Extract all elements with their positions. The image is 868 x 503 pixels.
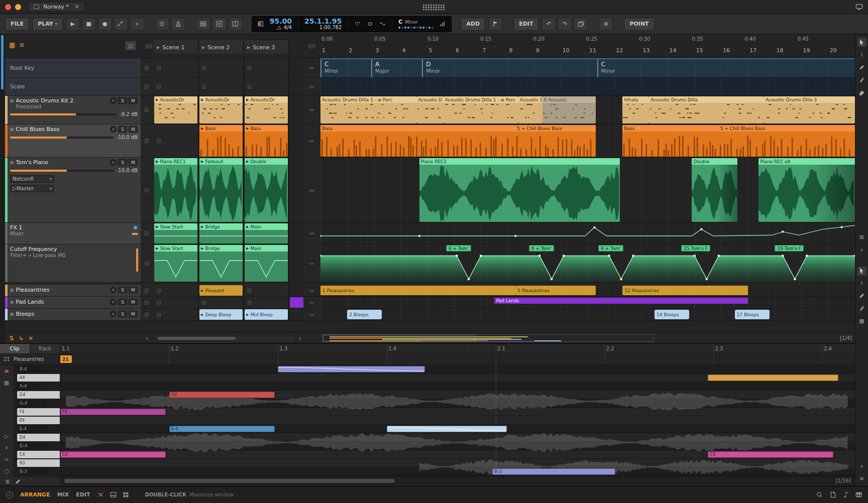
arranger-clip[interactable]: Double [692,158,737,222]
launcher-clip[interactable]: ▶Mid Bleep [245,309,288,320]
sharp-icon[interactable]: ♯ [3,444,11,452]
launcher-clip[interactable]: ▶Bridge [199,245,243,282]
clip-slot[interactable]: ▶Bass [199,124,244,157]
marker-flag-button[interactable] [488,18,502,31]
pointer-tool[interactable] [857,38,866,47]
piano-key-e4[interactable]: E4 [17,417,60,424]
clip-slot[interactable] [289,297,303,308]
scene-header-scene-1[interactable]: ▶Scene 1 [154,41,199,54]
output-select[interactable]: Notconfi▾ [10,175,54,183]
track-stop-button[interactable] [145,289,149,293]
activity-button[interactable] [110,287,117,293]
track-header-fx-1[interactable]: FX 1Mixer [5,223,141,244]
scene-stop-button[interactable] [307,231,316,236]
loop-icon[interactable] [367,21,373,27]
step-tool[interactable]: ▦ [857,317,866,326]
clip-slot[interactable]: ▶AcousticDr [244,96,289,124]
scene-stop-button[interactable] [307,288,316,293]
mute-button[interactable]: M [129,126,138,133]
track-header-tom-s-piano[interactable]: ▦Tom's PianoSM-10.0 dBNotconfi▾▷ Master▾ [5,158,141,223]
pointer-tool[interactable] [857,267,866,276]
display-profile-icon[interactable] [855,3,863,11]
wave-icon[interactable]: ≈ [3,455,11,463]
punch-icons[interactable] [257,21,264,27]
ibeam-tool[interactable]: I [857,279,866,288]
piano-key-f4[interactable]: F4 [17,408,60,416]
shuffle-icon[interactable] [97,491,104,498]
midi-note[interactable] [708,374,838,381]
launcher-clip[interactable]: ▶Double [245,158,288,222]
arranger-clip[interactable]: Pad Lands [494,298,748,304]
automation-clip-tag[interactable]: 6 + Tom' [598,245,623,252]
solo-button[interactable]: S [118,299,127,305]
file-icon[interactable] [830,491,836,498]
clip-slot[interactable]: ▶Slow Start [154,223,199,244]
scene-stop-button[interactable] [307,312,316,317]
close-project-icon[interactable]: ✕ [75,4,79,10]
clip-slot[interactable]: ▶Slow Start [154,244,199,282]
mute-button[interactable]: M [129,159,138,166]
route-icon[interactable]: ↳ [19,335,24,342]
volume-fader[interactable]: -10.0 dB [10,168,138,173]
launcher-grid-icon[interactable]: ▦ [9,41,15,49]
launcher-clip[interactable]: ▶Slow Start [154,223,197,243]
bars-icon[interactable]: ≣ [5,478,10,485]
arranger-lane-tom-s-piano[interactable]: Piano REC1DoublePiano REC alt [320,158,855,223]
key-section[interactable]: AMajor [371,59,422,77]
grid-icon[interactable]: ▦ [3,379,11,387]
redo-button[interactable]: ↷ [558,18,572,31]
launcher-clip[interactable]: ▶Main [245,245,288,282]
note-icon[interactable]: ♪ [843,490,848,499]
solo-button[interactable]: S [118,287,127,293]
arranger-clip[interactable]: Acoustic Drums Dilla 1 - w Perc [320,96,417,123]
ibeam-tool[interactable]: I [857,50,866,59]
arranger-lane-pad-lands[interactable]: Pad Lands [320,297,855,309]
launcher-clip[interactable]: ▶Piano REC1 [154,158,197,222]
launcher-clip[interactable]: ▶AcousticDr [199,96,243,123]
clip-slot[interactable]: ▶Piano REC1 [154,158,199,222]
pads-icon[interactable] [123,491,129,498]
track-header-pad-lands[interactable]: ▦Pad LandsSM [5,297,141,309]
eraser-tool[interactable] [857,88,866,97]
arranger-clip[interactable]: 14 Bleeps [655,310,689,319]
piano-key-c4[interactable]: C4 [17,451,60,458]
activity-button[interactable] [110,311,117,317]
arranger-clip[interactable]: 5 + Chill Blues Bass [719,125,855,157]
clip-slot[interactable]: ▶Pleasant [199,285,244,296]
clip-slot[interactable] [199,58,244,77]
scene-stop-button[interactable] [307,84,316,89]
tab-track[interactable]: Track [30,344,60,354]
mode-arrange[interactable]: ARRANGE [20,491,50,498]
key-display[interactable]: C Minor [398,19,433,29]
clip-slot[interactable]: ▶Double [244,158,289,222]
tempo-value[interactable]: 95.00 [270,18,292,25]
output-select[interactable]: ▷ Master▾ [10,185,54,192]
arranger-clip[interactable]: 2 Bleeps [347,310,382,319]
arranger-clip[interactable]: 1 Pleasantries [320,286,515,295]
layers-button[interactable] [155,18,169,31]
clip-slot[interactable] [289,309,303,320]
clip-start-marker[interactable]: 21 [60,355,72,363]
arranger-clip[interactable]: Bass [320,125,515,157]
clip-slot[interactable]: ▶Deep Bleep [199,309,244,320]
clip-slot[interactable]: ▶Bass [244,124,289,157]
scene-mode-button[interactable] [307,43,316,49]
midi-note[interactable]: F4 [60,409,166,415]
track-stop-button[interactable] [145,301,149,305]
launcher-clip[interactable]: ▶Fadeout [199,158,243,222]
clock-icon[interactable]: ○ [3,467,11,475]
metronome-button[interactable] [171,18,185,31]
piano-key-d-4[interactable]: D♭4 [17,442,47,450]
clip-slot[interactable] [289,96,303,124]
piano-icon[interactable] [855,491,862,498]
volume-fader[interactable]: -9.2 dB [10,111,138,117]
launcher-clip[interactable]: ▶Slow Start [154,245,197,282]
arranger-clip[interactable]: Hihats [622,96,649,123]
piano-key-e-4[interactable]: E♭4 [17,425,47,433]
editor-scrollbar[interactable] [64,479,395,483]
mode-mix[interactable]: MIX [57,491,69,498]
track-header-pleasantries[interactable]: ▦PleasantriesSM [5,285,141,297]
track-stop-button[interactable] [145,313,149,317]
arranger-clip[interactable]: 9 Acoustic [542,96,596,123]
arranger-lane-scale[interactable] [320,78,855,96]
